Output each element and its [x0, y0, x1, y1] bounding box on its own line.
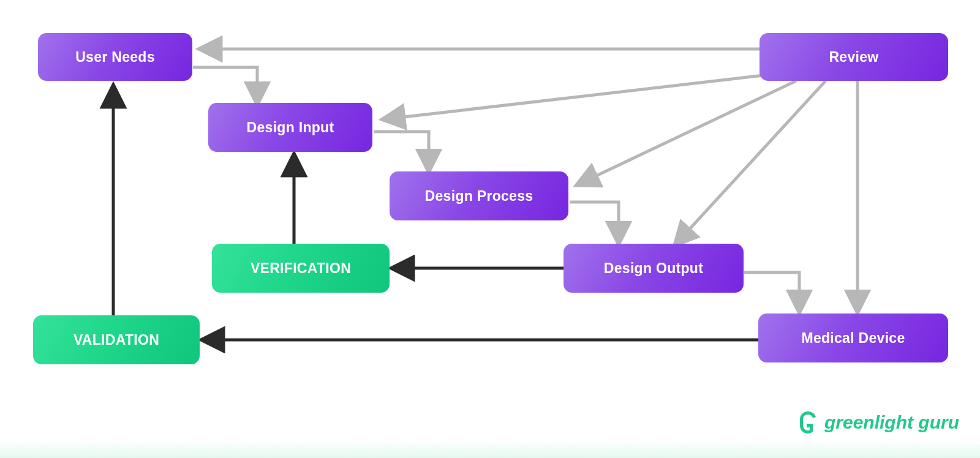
node-design-process: Design Process — [390, 171, 568, 220]
node-design-output: Design Output — [564, 244, 744, 293]
arrow-review-to-designinput — [383, 75, 769, 119]
brand-logo-text: greenlight guru — [824, 412, 959, 433]
node-design-input: Design Input — [208, 103, 372, 152]
node-medical-device: Medical Device — [758, 313, 948, 362]
diagram-canvas: User Needs Design Input Design Process D… — [0, 0, 980, 458]
arrow-userneeds-to-designinput — [193, 67, 257, 104]
node-user-needs: User Needs — [38, 33, 192, 81]
bottom-fade — [0, 441, 980, 458]
brand-logo: greenlight guru — [797, 410, 959, 435]
node-validation: VALIDATION — [33, 315, 200, 364]
arrow-review-to-designprocess — [577, 81, 796, 185]
arrow-review-to-designoutput — [675, 81, 826, 245]
node-review: Review — [760, 33, 948, 81]
arrow-designoutput-to-medicaldevice — [744, 272, 799, 312]
brand-logo-icon — [797, 410, 818, 435]
arrow-designinput-to-designprocess — [374, 132, 429, 171]
arrow-designprocess-to-designoutput — [570, 202, 619, 244]
node-verification: VERIFICATION — [212, 244, 390, 293]
